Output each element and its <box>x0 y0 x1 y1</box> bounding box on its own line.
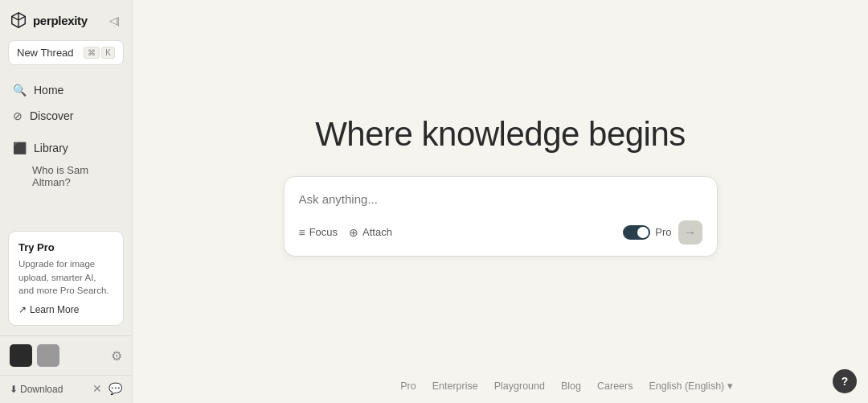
try-pro-title: Try Pro <box>18 241 113 253</box>
sidebar-nav: 🔍 Home ⊘ Discover <box>0 75 132 131</box>
library-sub-item-label: Who is Sam Altman? <box>32 164 88 188</box>
hero-title: Where knowledge begins <box>315 115 686 154</box>
sidebar: perplexity ◁| New Thread ⌘ K 🔍 Home ⊘ Di… <box>0 0 133 403</box>
attach-button[interactable]: ⊕ Attach <box>349 226 392 239</box>
focus-icon: ≡ <box>299 226 305 239</box>
help-icon: ? <box>841 375 849 388</box>
download-button[interactable]: ⬇ Download <box>10 382 63 395</box>
pro-toggle[interactable]: Pro <box>623 225 671 240</box>
try-pro-description: Upgrade for image upload, smarter AI, an… <box>18 257 113 298</box>
footer-link-enterprise[interactable]: Enterprise <box>432 380 478 392</box>
sidebar-bottom: ⚙ <box>0 335 132 375</box>
attach-icon: ⊕ <box>349 226 358 239</box>
logo-text: perplexity <box>33 14 88 27</box>
discord-icon[interactable]: 💬 <box>108 382 122 395</box>
footer-link-language[interactable]: English (English) ▾ <box>649 380 732 392</box>
footer-link-careers[interactable]: Careers <box>597 380 633 392</box>
shortcut-cmd: ⌘ <box>84 47 100 59</box>
search-left-tools: ≡ Focus ⊕ Attach <box>299 226 392 239</box>
sidebar-header: perplexity ◁| <box>0 0 132 37</box>
main-content: Where knowledge begins ≡ Focus ⊕ Attach … <box>133 0 868 403</box>
new-thread-shortcut: ⌘ K <box>84 47 115 59</box>
footer: Pro Enterprise Playground Blog Careers E… <box>265 368 868 403</box>
footer-link-playground[interactable]: Playground <box>494 380 545 392</box>
library-sub-item[interactable]: Who is Sam Altman? <box>6 160 125 192</box>
collapse-sidebar-button[interactable]: ◁| <box>107 12 122 29</box>
help-button[interactable]: ? <box>833 369 857 393</box>
try-pro-section: Try Pro Upgrade for image upload, smarte… <box>8 231 124 326</box>
sidebar-item-discover[interactable]: ⊘ Discover <box>6 104 125 128</box>
avatar-area <box>10 344 59 367</box>
shortcut-key: K <box>101 47 115 59</box>
avatar-dark[interactable] <box>10 344 32 367</box>
learn-more-button[interactable]: ↗ Learn More <box>18 304 113 315</box>
sidebar-item-home[interactable]: 🔍 Home <box>6 78 125 102</box>
settings-icon[interactable]: ⚙ <box>111 348 122 364</box>
focus-label: Focus <box>309 226 338 238</box>
download-icon: ⬇ <box>10 384 18 395</box>
library-icon: ⬛ <box>13 142 27 154</box>
search-toolbar: ≡ Focus ⊕ Attach Pro → <box>299 220 702 245</box>
pro-label: Pro <box>655 226 671 238</box>
new-thread-label: New Thread <box>17 47 74 59</box>
logo-area: perplexity <box>10 11 88 29</box>
learn-more-arrow-icon: ↗ <box>18 304 27 315</box>
sidebar-item-library-label: Library <box>34 142 68 154</box>
sidebar-item-discover-label: Discover <box>30 109 73 122</box>
search-box: ≡ Focus ⊕ Attach Pro → <box>284 176 718 257</box>
avatar-gray[interactable] <box>37 344 59 367</box>
sidebar-item-home-label: Home <box>34 84 63 97</box>
footer-link-blog[interactable]: Blog <box>561 380 581 392</box>
attach-label: Attach <box>362 226 392 238</box>
discover-icon: ⊘ <box>13 109 23 122</box>
perplexity-logo-icon <box>10 11 27 29</box>
search-input[interactable] <box>299 190 702 209</box>
pro-toggle-switch[interactable] <box>623 225 650 240</box>
submit-arrow-icon: → <box>684 225 696 239</box>
footer-link-pro[interactable]: Pro <box>400 380 416 392</box>
twitter-x-icon[interactable]: ✕ <box>92 382 102 395</box>
home-icon: 🔍 <box>13 84 27 97</box>
sidebar-footer: ⬇ Download ✕ 💬 <box>0 375 132 403</box>
search-right-tools: Pro → <box>623 220 702 245</box>
sidebar-item-library[interactable]: ⬛ Library <box>6 136 125 160</box>
learn-more-label: Learn More <box>30 304 79 315</box>
focus-button[interactable]: ≡ Focus <box>299 226 338 239</box>
social-icons: ✕ 💬 <box>92 382 122 395</box>
download-label: Download <box>20 384 63 395</box>
library-section: ⬛ Library Who is Sam Altman? <box>0 133 132 195</box>
submit-button[interactable]: → <box>678 220 702 245</box>
new-thread-button[interactable]: New Thread ⌘ K <box>8 40 124 65</box>
